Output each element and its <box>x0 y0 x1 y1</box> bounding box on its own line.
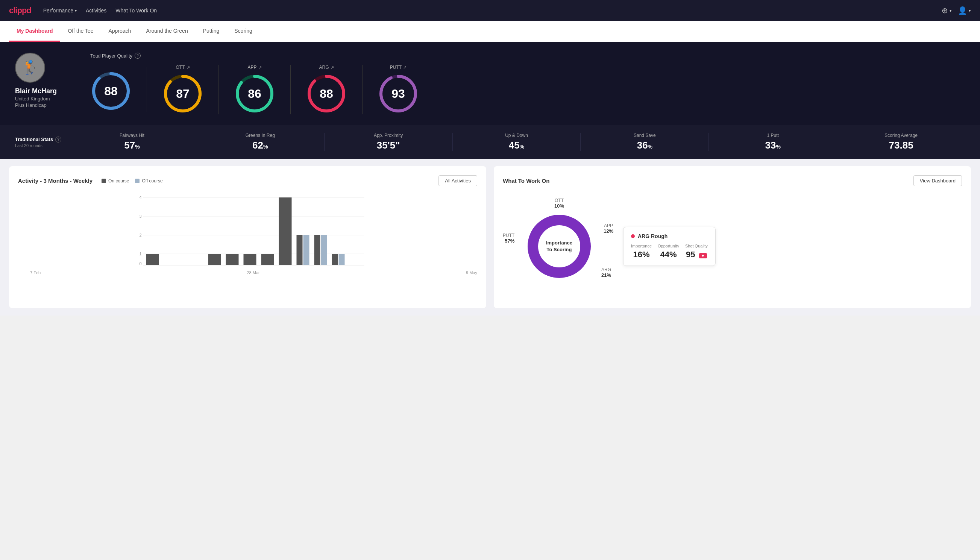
donut-label-app: APP 12% <box>604 223 613 234</box>
info-card-dot <box>631 234 635 238</box>
donut-hole <box>539 226 580 267</box>
score-label-putt: PUTT ↗ <box>390 65 406 70</box>
all-activities-button[interactable]: All Activities <box>438 175 477 186</box>
bar-week1-on <box>146 254 159 265</box>
stat-greens-in-reg: Greens In Reg 62% <box>196 133 324 151</box>
score-card-app: APP ↗ 86 <box>219 65 291 114</box>
score-card-ott: OTT ↗ 87 <box>147 65 219 114</box>
player-info: 🏌️ Blair McHarg United Kingdom Plus Hand… <box>15 53 90 108</box>
donut-area: PUTT 57% OTT 10% APP 12% ARG 21% <box>503 194 616 299</box>
bar-week10-off <box>303 235 309 265</box>
stats-bar: Traditional Stats ? Last 20 rounds Fairw… <box>0 125 980 159</box>
score-label-app: APP ↗ <box>248 65 261 70</box>
nav-what-to-work-on[interactable]: What To Work On <box>115 8 157 13</box>
score-cards: 88 OTT ↗ 87 AP <box>90 65 965 114</box>
tab-approach[interactable]: Approach <box>101 21 138 42</box>
info-stat-shot-quality: Shot Quality 95 ▼ <box>685 244 708 260</box>
app-logo[interactable]: clippd <box>9 6 31 15</box>
legend-dot-on-course <box>101 178 106 183</box>
wtwo-title: What To Work On <box>503 178 549 184</box>
svg-text:3: 3 <box>139 214 141 218</box>
down-badge: ▼ <box>699 253 707 258</box>
bar-week10-on <box>297 235 303 265</box>
stat-value-gir: 62% <box>204 140 317 151</box>
score-value-putt: 93 <box>391 87 405 101</box>
donut-label-arg: ARG 21% <box>601 267 611 278</box>
trad-stats-subtitle: Last 20 rounds <box>15 143 68 148</box>
stat-up-and-down: Up & Down 45% <box>453 133 581 151</box>
trad-stats-help-icon[interactable]: ? <box>55 137 61 143</box>
score-card-overall: 88 <box>90 67 147 112</box>
trad-stats-title: Traditional Stats ? <box>15 137 68 143</box>
avatar: 🏌️ <box>15 53 45 83</box>
score-value-arg: 88 <box>319 87 333 101</box>
sub-navigation: My Dashboard Off the Tee Approach Around… <box>0 21 980 42</box>
donut-label-putt: PUTT 57% <box>503 232 514 243</box>
circle-app: 86 <box>234 73 275 114</box>
nav-performance[interactable]: Performance ▾ <box>43 8 77 13</box>
bar-week5-on <box>208 254 221 265</box>
bar-chart-area: 4 3 2 1 0 <box>18 194 477 269</box>
stat-fairways-hit: Fairways Hit 57% <box>68 133 196 151</box>
tpq-label: Total Player Quality ? <box>90 53 965 59</box>
tab-my-dashboard[interactable]: My Dashboard <box>9 21 60 42</box>
tab-putting[interactable]: Putting <box>196 21 227 42</box>
chevron-down-icon: ▾ <box>75 8 77 13</box>
user-dropdown-arrow: ▾ <box>969 8 971 13</box>
player-country: United Kingdom <box>15 96 50 102</box>
circle-overall: 88 <box>90 70 131 112</box>
stat-one-putt: 1 Putt 33% <box>709 133 837 151</box>
bar-week11-on <box>314 235 320 265</box>
nav-activities[interactable]: Activities <box>86 8 106 13</box>
tab-around-the-green[interactable]: Around the Green <box>138 21 195 42</box>
score-card-arg: ARG ↗ 88 <box>291 65 363 114</box>
chart-x-labels: 7 Feb 28 Mar 9 May <box>18 269 477 275</box>
donut-center-line2: To Scoring <box>547 247 572 252</box>
hero-section: 🏌️ Blair McHarg United Kingdom Plus Hand… <box>0 42 980 125</box>
add-dropdown-arrow: ▾ <box>950 8 952 13</box>
activity-legend: On course Off course <box>101 178 163 183</box>
trend-icon-putt: ↗ <box>403 65 406 70</box>
tpq-help-icon[interactable]: ? <box>135 53 141 59</box>
svg-text:0: 0 <box>139 262 141 266</box>
bar-chart-svg: 4 3 2 1 0 <box>18 194 477 269</box>
donut-center-line1: Importance <box>546 240 572 246</box>
main-content: Activity - 3 Months - Weekly On course O… <box>0 159 980 315</box>
legend-on-course: On course <box>101 178 129 183</box>
stat-value-fairways: 57% <box>76 140 188 151</box>
activity-card: Activity - 3 Months - Weekly On course O… <box>9 166 486 308</box>
svg-text:1: 1 <box>139 252 141 256</box>
bar-week9-on <box>279 197 292 265</box>
user-menu-button[interactable]: 👤 ▾ <box>958 6 971 15</box>
add-button[interactable]: ⊕ ▾ <box>942 6 952 15</box>
score-value-ott: 87 <box>176 87 190 101</box>
svg-text:2: 2 <box>139 233 141 237</box>
info-stat-value-opportunity: 44% <box>658 250 679 260</box>
info-stat-importance: Importance 16% <box>631 244 652 260</box>
stat-value-scoring: 73.85 <box>845 140 957 151</box>
info-card-header: ARG Rough <box>631 233 708 239</box>
circle-arg: 88 <box>306 73 347 114</box>
trend-icon-arg: ↗ <box>331 65 334 70</box>
bar-week7-on <box>244 254 256 265</box>
info-stat-value-shot-quality: 95 ▼ <box>685 250 708 260</box>
plus-circle-icon: ⊕ <box>942 6 948 15</box>
view-dashboard-button[interactable]: View Dashboard <box>913 175 962 186</box>
info-stat-value-importance: 16% <box>631 250 652 260</box>
info-stat-opportunity: Opportunity 44% <box>658 244 679 260</box>
wtwo-body: PUTT 57% OTT 10% APP 12% ARG 21% <box>503 194 962 299</box>
tab-scoring[interactable]: Scoring <box>227 21 260 42</box>
bar-week12-off <box>339 254 345 265</box>
top-navigation: clippd Performance ▾ Activities What To … <box>0 0 980 21</box>
legend-off-course: Off course <box>135 178 163 183</box>
score-label-arg: ARG ↗ <box>319 65 334 70</box>
score-value-overall: 88 <box>104 84 118 98</box>
stat-value-proximity: 35'5" <box>332 140 445 151</box>
stat-sand-save: Sand Save 36% <box>580 133 709 151</box>
bar-week8-on <box>261 254 274 265</box>
tab-off-the-tee[interactable]: Off the Tee <box>60 21 101 42</box>
score-value-app: 86 <box>248 87 261 101</box>
trend-icon-app: ↗ <box>258 65 262 70</box>
bar-week12-on <box>332 254 338 265</box>
player-name: Blair McHarg <box>15 87 57 95</box>
